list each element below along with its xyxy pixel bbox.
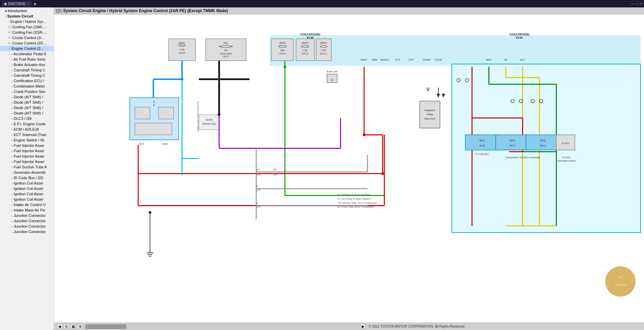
svg-text:E-VGS: E-VGS (562, 142, 569, 144)
svg-text:OUT: OUT (139, 142, 144, 145)
nav-back-button[interactable]: ◀ (57, 324, 63, 329)
window-maximize-button[interactable]: □ (637, 1, 639, 6)
sidebar-item-dlc3[interactable]: - DLC3 / I39 (0, 116, 54, 121)
wiring-diagram: (BAT) 7.5A ETOP (IG) 6A ECDU-E02 NO.3 (B… (54, 14, 644, 323)
svg-text:ECM: ECM (516, 36, 523, 39)
copyright-text: © 2012 TOYOTA MOTOR CORPORATION. All Rig… (369, 325, 642, 328)
sidebar-item-label: - Air Fuel Ratio Sens (11, 57, 45, 61)
main-tab[interactable]: ◆ EM27W3E × (1, 1, 32, 7)
svg-text:+BM: +BM (372, 58, 377, 61)
svg-text:ETC5: ETC5 (302, 53, 308, 55)
bottom-bar: ◀ ⊖ ▦ ⊕ ▶ © 2012 TOYOTA MOTOR CORPORATIO… (54, 323, 644, 330)
svg-text:GR: GR (256, 168, 260, 171)
sidebar-item-label: Engine / Hybrid Sys... (10, 20, 46, 24)
sidebar-item-camshaft-1[interactable]: - Camshaft Timing C (0, 67, 54, 73)
sidebar-item-brake-actuator[interactable]: - Brake Actuator Ass (0, 62, 54, 67)
svg-text:BP11: BP11 (510, 144, 515, 147)
svg-text:A25(A)/B26(B): A25(A)/B26(B) (300, 33, 321, 36)
sidebar-item-generator[interactable]: - Generator Assembl (0, 170, 54, 175)
sidebar-item-engine-hybrid[interactable]: □ Engine / Hybrid Sys... (0, 19, 54, 24)
bar-chart-button[interactable]: ▦ (70, 324, 76, 329)
sidebar-item-accelerator[interactable]: - Accelerator Pedal S (0, 51, 54, 57)
main-layout: ◆ Introduction ○ System Circuit □ Engine… (0, 7, 644, 330)
svg-text:7.5A: 7.5A (303, 49, 308, 52)
content-header: + | System Circuit Engine / Hybrid Syste… (54, 7, 644, 14)
window-controls: — □ × (631, 1, 643, 6)
sidebar-item-label: - ID Code Box / I20 (11, 176, 43, 180)
sidebar-item-cruise-control-1[interactable]: +□ Cruise Control (2/... (0, 35, 54, 40)
sidebar-item-diode-1[interactable]: - Diode (A/T Shift) / (0, 94, 54, 100)
expand-button[interactable]: + | (56, 9, 62, 13)
svg-point-88 (284, 65, 286, 68)
sidebar-item-fuel-injector-1[interactable]: - Fuel Injector Asser (0, 143, 54, 148)
scrollbar-thumb[interactable] (85, 324, 126, 329)
svg-text:7.5A: 7.5A (180, 48, 185, 51)
sidebar-item-ignition-coil-3[interactable]: - Ignition Coil Asser (0, 191, 54, 197)
sidebar-item-diode-3[interactable]: - Diode (A/T Shift) / (0, 105, 54, 110)
sidebar-item-efi[interactable]: - E.F.I. Engine Coola (0, 121, 54, 127)
sidebar-item-fuel-suction[interactable]: - Fuel Suction Tube A (0, 164, 54, 170)
sidebar-item-camshaft-2[interactable]: - Camshaft Timing C (0, 73, 54, 78)
sidebar-item-label: - Crank Position Sen (11, 90, 45, 94)
diagram-area[interactable]: (BAT) 7.5A ETOP (IG) 6A ECDU-E02 NO.3 (B… (54, 14, 644, 323)
svg-text:Brake SW: Brake SW (327, 70, 337, 73)
sidebar-item-fuel-injector-4[interactable]: - Fuel Injector Asser (0, 159, 54, 164)
sidebar-item-label: Introduction (8, 9, 27, 13)
sidebar-item-ignition-coil-2[interactable]: - Ignition Coil Asser (0, 186, 54, 191)
window-minimize-button[interactable]: — (631, 1, 635, 6)
tab-close-button[interactable]: × (27, 2, 29, 6)
sidebar-item-intake-mass-air[interactable]: - Intake Mass Air Flo (0, 207, 54, 213)
sidebar-item-label: Cruise Control (2/... (12, 36, 44, 40)
sidebar-item-engine-control[interactable]: -□ Engine Control (2... (0, 46, 54, 51)
sidebar-section: ◆ Introduction ○ System Circuit □ Engine… (0, 7, 54, 235)
sidebar-item-label: - Camshaft Timing C (11, 73, 45, 77)
sidebar-item-junction-connector-1[interactable]: - Junction Connector (0, 213, 54, 218)
svg-text:6A: 6A (224, 49, 227, 52)
sidebar-item-junction-connector-2[interactable]: - Junction Connector (0, 218, 54, 224)
scroll-right-button[interactable]: ▶ (360, 324, 366, 329)
horizontal-scrollbar[interactable] (85, 324, 359, 329)
zoom-out-button[interactable]: ⊖ (63, 324, 69, 329)
svg-text:ETC-1: ETC-1 (320, 53, 327, 55)
sidebar-item-intake-air-control[interactable]: - Intake Air Control V (0, 202, 54, 207)
sidebar-item-ignition-coil-4[interactable]: - Ignition Coil Asser (0, 197, 54, 202)
svg-text:BP12: BP12 (540, 144, 546, 147)
sidebar-item-diode-4[interactable]: - Diode (A/T Shift) / (0, 110, 54, 116)
sidebar-item-label: - Camshaft Timing C (11, 68, 45, 72)
sidebar-item-label: - Ignition Coil Asser (11, 192, 43, 196)
sidebar-item-junction-connector-3[interactable]: - Junction Connector (0, 224, 54, 229)
nav-forward-button[interactable]: ▶ (34, 2, 37, 6)
sidebar-item-combination-meter[interactable]: - Combination Meter (0, 84, 54, 89)
sidebar-item-cruise-control-2[interactable]: +□ Cruise Control (2G... (0, 40, 54, 46)
sidebar-item-junction-connector-4[interactable]: - Junction Connector (0, 229, 54, 234)
sidebar-item-ignition-coil-1[interactable]: - Ignition Coil Asser (0, 180, 54, 186)
sidebar-item-label: - ECM / A25,E26 (11, 127, 39, 131)
svg-rect-45 (135, 107, 150, 119)
window-close-button[interactable]: × (640, 1, 643, 6)
sidebar-item-fuel-injector-3[interactable]: - Fuel Injector Asser (0, 154, 54, 159)
svg-text:Integrated: Integrated (425, 109, 436, 112)
sidebar-item-introduction[interactable]: ◆ Introduction (0, 8, 54, 13)
sidebar-item-cooling-fan-2gr[interactable]: +□ Cooling Fan (2GR-... (0, 30, 54, 35)
sidebar-item-label: - Generator Assembl (11, 170, 45, 174)
sidebar-item-air-fuel[interactable]: - Air Fuel Ratio Sens (0, 57, 54, 62)
sidebar-item-fuel-injector-2[interactable]: - Fuel Injector Asser (0, 148, 54, 154)
svg-text:(20): (20) (256, 173, 260, 176)
sidebar-item-cooling-fan-2ar[interactable]: +□ Cooling Fan (2AR-... (0, 24, 54, 30)
svg-point-85 (218, 78, 221, 80)
svg-text:GR: GR (273, 168, 277, 171)
sidebar-item-certification-ecu[interactable]: - Certification ECU / (0, 78, 54, 84)
svg-text:BPS: BPS (479, 139, 485, 142)
sidebar-item-label: - Fuel Injector Asser (11, 143, 44, 147)
sidebar-item-id-code[interactable]: - ID Code Box / I20 (0, 175, 54, 180)
sidebar-item-engine-switch[interactable]: - Engine Switch / I5i (0, 137, 54, 143)
sidebar-item-ect-solenoid[interactable]: - ECT Solenoid (Tran (0, 132, 54, 137)
sidebar-item-ecm[interactable]: - ECM / A25,E26 (0, 127, 54, 132)
sidebar-item-diode-2[interactable]: - Diode (A/T Shift) / (0, 100, 54, 105)
svg-point-87 (218, 113, 221, 116)
sidebar-item-crank-position[interactable]: - Crank Position Sen (0, 89, 54, 94)
svg-text:(BAT): (BAT) (302, 41, 309, 44)
sidebar-item-label: - Certification ECU / (11, 79, 44, 83)
zoom-in-button[interactable]: ⊕ (77, 324, 83, 329)
sidebar-item-system-circuit[interactable]: ○ System Circuit (0, 13, 54, 19)
